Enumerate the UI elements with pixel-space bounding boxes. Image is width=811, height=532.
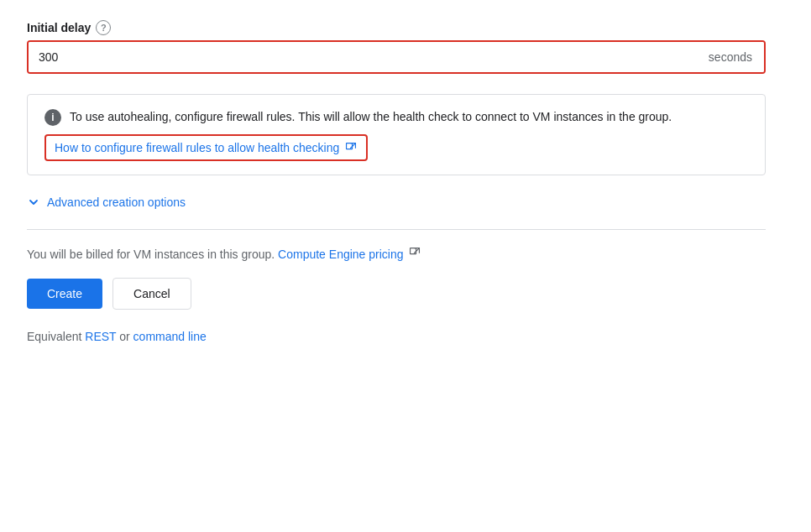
billing-link-external-icon: [409, 247, 421, 258]
initial-delay-input[interactable]: [29, 42, 697, 72]
create-button[interactable]: Create: [27, 279, 102, 309]
compute-engine-pricing-link[interactable]: Compute Engine pricing: [278, 248, 403, 261]
billing-text-static: You will be billed for VM instances in t…: [27, 248, 275, 261]
rest-link[interactable]: REST: [85, 330, 116, 343]
chevron-down-icon: [27, 196, 40, 209]
svg-line-3: [415, 248, 420, 253]
svg-line-1: [351, 143, 356, 149]
or-text: or: [119, 330, 133, 343]
action-buttons: Create Cancel: [27, 278, 784, 310]
info-box-header: i To use autohealing, configure firewall…: [44, 108, 748, 126]
billing-notice: You will be billed for VM instances in t…: [27, 247, 784, 261]
advanced-creation-label: Advanced creation options: [47, 196, 186, 209]
autohealing-info-box: i To use autohealing, configure firewall…: [27, 94, 766, 175]
firewall-link-box: How to configure firewall rules to allow…: [44, 134, 368, 161]
advanced-creation-toggle[interactable]: Advanced creation options: [27, 196, 784, 209]
initial-delay-label: Initial delay ?: [27, 20, 784, 35]
field-label-text: Initial delay: [27, 21, 91, 34]
cancel-button[interactable]: Cancel: [112, 278, 191, 310]
info-box-message: To use autohealing, configure firewall r…: [70, 108, 672, 126]
firewall-rules-link[interactable]: How to configure firewall rules to allow…: [55, 141, 339, 154]
command-line-link[interactable]: command line: [133, 330, 207, 343]
equivalent-text-static: Equivalent: [27, 330, 81, 343]
info-circle-icon: i: [44, 109, 61, 126]
help-icon[interactable]: ?: [96, 20, 111, 35]
section-divider: [27, 229, 766, 230]
initial-delay-section: Initial delay ? seconds: [27, 20, 784, 74]
svg-rect-0: [347, 143, 353, 149]
equivalent-section: Equivalent REST or command line: [27, 330, 784, 343]
initial-delay-input-row: seconds: [27, 40, 766, 74]
svg-rect-2: [411, 248, 416, 254]
seconds-suffix: seconds: [697, 42, 764, 72]
firewall-link-external-icon: [344, 141, 358, 154]
